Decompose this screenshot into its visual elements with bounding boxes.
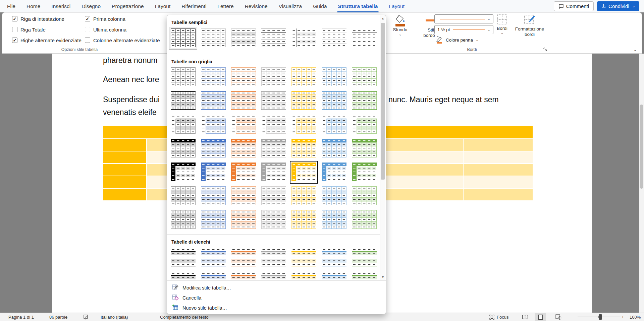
table-style-thumbnail-orange-r3[interactable] bbox=[231, 115, 256, 134]
menu-tab-layout[interactable]: Layout bbox=[154, 1, 172, 12]
table-style-thumbnail-lightblue-r5[interactable] bbox=[322, 163, 346, 182]
table-style-thumbnail-blue-r1[interactable] bbox=[201, 248, 226, 267]
table-style-thumbnail-blue-r1[interactable] bbox=[201, 67, 226, 87]
table-style-thumbnail-black-r3[interactable] bbox=[171, 115, 196, 134]
checkbox-checked-icon[interactable] bbox=[12, 38, 17, 43]
read-mode-button[interactable] bbox=[519, 313, 531, 321]
table-style-thumbnail-green-r3[interactable] bbox=[352, 115, 377, 134]
menu-tab-layout[interactable]: Layout bbox=[388, 1, 406, 12]
table-style-thumbnail-gray-r1[interactable] bbox=[261, 248, 286, 267]
table-style-thumbnail-plain-r1[interactable] bbox=[201, 28, 226, 48]
table-style-thumbnail-plain-r1[interactable] bbox=[261, 28, 286, 48]
zoom-slider[interactable] bbox=[578, 313, 621, 321]
table-style-thumbnail-green-r2[interactable] bbox=[352, 91, 377, 111]
gallery-menu-item-nuovo[interactable]: Nuovo stile tabella… bbox=[167, 303, 386, 313]
table-style-thumbnail-gray-r7[interactable] bbox=[261, 210, 286, 230]
table-style-thumbnail-plain-r1[interactable] bbox=[291, 28, 316, 48]
table-style-thumbnail-blue-r2[interactable] bbox=[201, 91, 226, 111]
table-style-thumbnail-orange-r6[interactable] bbox=[231, 186, 256, 206]
table-style-thumbnail-green-r1[interactable] bbox=[352, 67, 377, 87]
table-style-thumbnail-gold-r1[interactable] bbox=[291, 248, 316, 267]
table-style-thumbnail-gray-r1[interactable] bbox=[261, 67, 286, 87]
table-style-thumbnail-green-r7[interactable] bbox=[352, 210, 377, 230]
table-style-thumbnail-gold-r2[interactable] bbox=[291, 91, 316, 111]
gallery-scrollbar-thumb[interactable] bbox=[381, 23, 385, 180]
border-painter-button[interactable]: Formattazione bordi bbox=[512, 14, 547, 46]
menu-tab-file[interactable]: File bbox=[6, 1, 16, 12]
zoom-percentage[interactable]: 160% bbox=[630, 313, 641, 321]
table-style-thumbnail-gray-r6[interactable] bbox=[261, 186, 286, 206]
table-style-thumbnail-gold-r3[interactable] bbox=[291, 115, 316, 134]
menu-tab-home[interactable]: Home bbox=[25, 1, 41, 12]
checkbox-unchecked-icon[interactable] bbox=[85, 27, 90, 32]
menu-tab-revisione[interactable]: Revisione bbox=[244, 1, 269, 12]
table-style-thumbnail-gold-r6[interactable] bbox=[291, 186, 316, 206]
menu-tab-visualizza[interactable]: Visualizza bbox=[278, 1, 303, 12]
table-style-thumbnail-gray-r5[interactable] bbox=[261, 163, 286, 182]
checkbox-ultima-colonna[interactable]: Ultima colonna bbox=[85, 26, 126, 33]
table-style-thumbnail-black-r4[interactable] bbox=[171, 139, 196, 158]
table-style-thumbnail-gold-r1[interactable] bbox=[291, 67, 316, 87]
border-line-weight-combo[interactable]: 1 ½ pt ⌄ bbox=[434, 25, 493, 34]
table-style-thumbnail-gold-r2[interactable] bbox=[291, 272, 316, 280]
menu-tab-progettazione[interactable]: Progettazione bbox=[111, 1, 145, 12]
gallery-scrollbar[interactable]: ▲ ▼ bbox=[380, 15, 385, 280]
menu-tab-struttura-tabella[interactable]: Struttura tabella bbox=[337, 1, 379, 12]
table-style-thumbnail-gray-r2[interactable] bbox=[261, 272, 286, 280]
checkbox-unchecked-icon[interactable] bbox=[85, 38, 90, 43]
table-style-thumbnail-blue-r2[interactable] bbox=[201, 272, 226, 280]
table-style-thumbnail-blue-r4[interactable] bbox=[201, 139, 226, 158]
table-style-thumbnail-blue-r6[interactable] bbox=[201, 186, 226, 206]
menu-tab-guida[interactable]: Guida bbox=[312, 1, 328, 12]
table-style-thumbnail-black-r2[interactable] bbox=[171, 272, 196, 280]
table-style-thumbnail-lightblue-r2[interactable] bbox=[322, 272, 346, 280]
checkbox-checked-icon[interactable] bbox=[12, 16, 17, 21]
checkbox-colonne-alternate-evidenziate[interactable]: Colonne alternate evidenziate bbox=[85, 37, 160, 44]
table-style-thumbnail-orange-r5[interactable] bbox=[231, 163, 256, 182]
collapse-ribbon-icon[interactable]: ⌄ bbox=[633, 47, 637, 52]
table-style-thumbnail-orange-r1[interactable] bbox=[231, 248, 256, 267]
checkbox-righe-alternate-evidenziate[interactable]: Righe alternate evidenziate bbox=[12, 37, 82, 44]
menu-tab-disegno[interactable]: Disegno bbox=[80, 1, 102, 12]
zoom-in-button[interactable]: + bbox=[622, 313, 624, 321]
table-style-thumbnail-orange-r4[interactable] bbox=[231, 139, 256, 158]
text-completion-status[interactable]: Completamento del testo bbox=[160, 313, 209, 321]
table-style-thumbnail-orange-r7[interactable] bbox=[231, 210, 256, 230]
proofing-status-icon[interactable] bbox=[83, 313, 89, 321]
table-style-thumbnail-lightblue-r3[interactable] bbox=[322, 115, 346, 134]
table-style-thumbnail-blue-r5[interactable] bbox=[201, 163, 226, 182]
zoom-out-button[interactable]: − bbox=[570, 313, 573, 321]
checkbox-unchecked-icon[interactable] bbox=[12, 27, 17, 32]
table-style-thumbnail-green-r5[interactable] bbox=[352, 163, 377, 182]
table-style-thumbnail-black-r1[interactable] bbox=[171, 248, 196, 267]
table-style-thumbnail-green-r2[interactable] bbox=[352, 272, 377, 280]
web-layout-button[interactable] bbox=[553, 313, 564, 321]
table-style-thumbnail-plain-r1[interactable] bbox=[171, 28, 196, 48]
table-style-thumbnail-lightblue-r1[interactable] bbox=[322, 248, 346, 267]
table-style-thumbnail-black-r2[interactable] bbox=[171, 91, 196, 111]
menu-tab-lettere[interactable]: Lettere bbox=[216, 1, 234, 12]
pen-color-button[interactable]: Colore penna ⌄ bbox=[436, 36, 479, 44]
table-style-thumbnail-gold-r5[interactable] bbox=[291, 163, 316, 182]
table-style-thumbnail-blue-r7[interactable] bbox=[201, 210, 226, 230]
scroll-down-icon[interactable]: ▼ bbox=[380, 274, 385, 280]
checkbox-riga-di-intestazione[interactable]: Riga di intestazione bbox=[12, 15, 64, 22]
table-style-thumbnail-green-r1[interactable] bbox=[352, 248, 377, 267]
table-style-thumbnail-lightblue-r4[interactable] bbox=[322, 139, 346, 158]
page-count[interactable]: Pagina 1 di 1 bbox=[8, 313, 34, 321]
table-style-thumbnail-gold-r7[interactable] bbox=[291, 210, 316, 230]
table-style-thumbnail-lightblue-r6[interactable] bbox=[322, 186, 346, 206]
shading-button[interactable]: Sfondo ⌄ bbox=[390, 14, 410, 46]
table-style-thumbnail-gold-r4[interactable] bbox=[291, 139, 316, 158]
table-style-thumbnail-lightblue-r7[interactable] bbox=[322, 210, 346, 230]
table-style-thumbnail-orange-r2[interactable] bbox=[231, 91, 256, 111]
table-style-thumbnail-black-r6[interactable] bbox=[171, 186, 196, 206]
gallery-menu-item-modifica[interactable]: Modifica stile tabella… bbox=[167, 283, 386, 293]
table-style-thumbnail-plain-r1[interactable] bbox=[352, 28, 377, 48]
table-style-thumbnail-lightblue-r2[interactable] bbox=[322, 91, 346, 111]
table-style-thumbnail-green-r6[interactable] bbox=[352, 186, 377, 206]
checkbox-prima-colonna[interactable]: Prima colonna bbox=[85, 15, 125, 22]
table-style-thumbnail-orange-r2[interactable] bbox=[231, 272, 256, 280]
table-style-thumbnail-black-r1[interactable] bbox=[171, 67, 196, 87]
table-style-thumbnail-orange-r1[interactable] bbox=[231, 67, 256, 87]
